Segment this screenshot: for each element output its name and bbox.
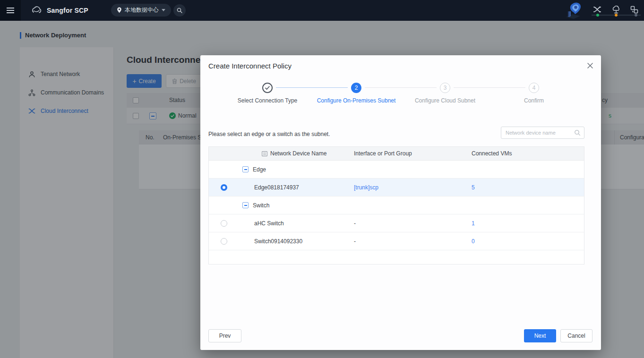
device-name: Edge0818174937 [254,184,299,191]
search-icon[interactable] [173,4,186,17]
device-row-ahc-switch[interactable]: aHC Switch - 1 [209,214,584,232]
column-interface: Interface or Port Group [353,150,471,157]
connected-vms-link[interactable]: 5 [471,184,584,191]
magnifier-icon[interactable] [574,129,581,136]
device-name: aHC Switch [254,220,284,227]
next-button[interactable]: Next [524,329,556,342]
brand: Sangfor SCP [31,0,88,21]
status-dot-green [596,14,599,17]
status-dot-orange [615,14,618,17]
device-name: Switch0914092330 [254,238,302,245]
interface-value: - [353,238,471,245]
group-row-edge[interactable]: Edge [209,161,584,179]
step-configure-cloud-subnet: 3 Configure Cloud Subnet [395,83,495,104]
step-select-connection-type: Select Connection Type [217,83,318,104]
brand-name: Sangfor SCP [47,7,88,14]
device-search-input[interactable] [501,127,576,138]
menu-icon[interactable] [0,0,21,21]
device-table: Network Device Name Interface or Port Gr… [208,146,584,264]
check-icon [262,83,273,93]
vm-migration-icon[interactable] [629,5,639,14]
close-icon[interactable] [586,61,594,70]
create-interconnect-policy-dialog: Create Interconnect Policy Select Connec… [200,55,601,350]
datacenter-name: 本地数据中心 [125,6,159,14]
group-label: Switch [253,202,269,209]
datacenter-selector[interactable]: 本地数据中心 [111,4,171,17]
radio-selected[interactable] [221,184,227,191]
cancel-button[interactable]: Cancel [560,329,592,342]
radio-unselected[interactable] [221,238,227,245]
chevron-down-icon [162,9,165,11]
step-confirm: 4 Confirm [484,83,584,104]
wizard-stepper: Select Connection Type 2 Configure On-Pr… [200,83,601,113]
column-connected-vms: Connected VMs [471,150,584,157]
collapse-minus-icon[interactable] [242,166,249,172]
status-dot-gray [635,14,637,17]
connected-vms-link[interactable]: 0 [471,238,584,245]
interconnect-icon[interactable] [592,5,602,14]
connected-vms-link[interactable]: 1 [471,220,584,227]
instruction-text: Please select an edge or a switch as the… [208,131,330,137]
cloud-pin-3d-icon[interactable] [561,1,584,21]
radio-unselected[interactable] [221,220,227,227]
sangfor-logo [31,6,43,15]
device-search-box [501,127,584,139]
step-configure-on-premises-subnet: 2 Configure On-Premises Subnet [306,83,406,104]
group-row-switch[interactable]: Switch [209,196,584,214]
location-pin-icon [117,7,122,13]
list-icon [262,151,267,156]
service-status-track [592,15,641,16]
cloud-platform-icon[interactable] [611,5,621,14]
device-row-edge0818174937[interactable]: Edge0818174937 [trunk]scp 5 [209,179,584,196]
interface-link[interactable]: [trunk]scp [353,184,471,191]
interface-value: - [353,220,471,227]
device-table-header: Network Device Name Interface or Port Gr… [209,147,584,161]
group-label: Edge [253,166,266,173]
prev-button[interactable]: Prev [208,329,241,342]
device-row-switch0914092330[interactable]: Switch0914092330 - 0 [209,232,584,250]
dialog-title: Create Interconnect Policy [208,62,292,70]
top-bar: Sangfor SCP 本地数据中心 [0,0,644,21]
column-device-name: Network Device Name [270,150,326,157]
collapse-minus-icon[interactable] [242,202,249,208]
